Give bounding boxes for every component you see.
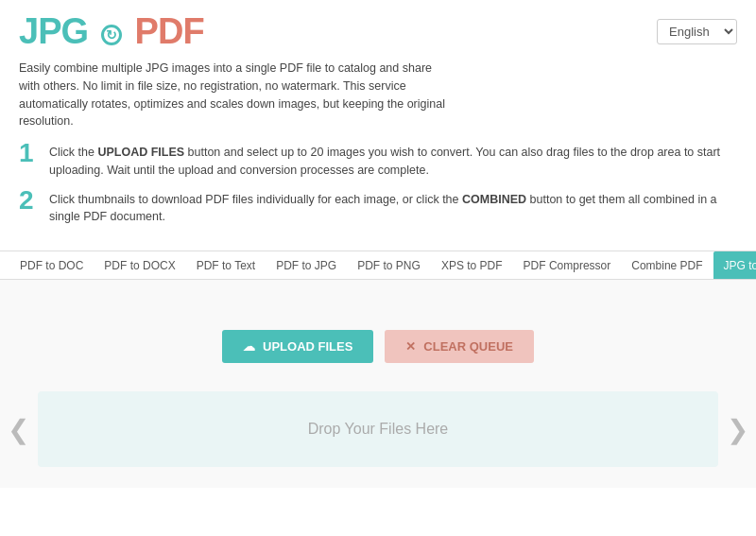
- main-area: ☁ UPLOAD FILES ✕ CLEAR QUEUE ❮ Drop Your…: [0, 280, 756, 488]
- steps: 1 Click the UPLOAD FILES button and sele…: [0, 140, 756, 243]
- step-1: 1 Click the UPLOAD FILES button and sele…: [19, 140, 737, 180]
- step-2-bold: COMBINED: [462, 193, 526, 206]
- tab-pdf-to-docx[interactable]: PDF to DOCX: [94, 251, 185, 279]
- step-2: 2 Click thumbnails to download PDF files…: [19, 187, 737, 227]
- tab-pdf-to-png[interactable]: PDF to PNG: [347, 251, 431, 279]
- logo-pdf: PDF: [135, 11, 204, 52]
- logo: JPG PDF: [19, 11, 204, 52]
- upload-files-button[interactable]: ☁ UPLOAD FILES: [222, 330, 373, 363]
- drop-zone-text: Drop Your Files Here: [308, 421, 449, 438]
- drop-zone-wrapper: ❮ Drop Your Files Here ❯: [38, 391, 718, 467]
- page: JPG PDF English Spanish French German Ea…: [0, 0, 756, 536]
- upload-icon: ☁: [243, 339, 255, 354]
- clear-label: CLEAR QUEUE: [423, 339, 513, 354]
- tab-jpg-to-pdf[interactable]: JPG to PDF: [713, 251, 756, 279]
- drop-zone[interactable]: Drop Your Files Here: [38, 391, 718, 467]
- tab-pdf-compressor[interactable]: PDF Compressor: [513, 251, 622, 279]
- clear-queue-button[interactable]: ✕ CLEAR QUEUE: [385, 330, 534, 363]
- header: JPG PDF English Spanish French German: [0, 0, 756, 60]
- step-1-bold: UPLOAD FILES: [97, 146, 184, 159]
- tab-pdf-to-jpg[interactable]: PDF to JPG: [266, 251, 347, 279]
- scroll-right-arrow[interactable]: ❯: [727, 413, 748, 444]
- description-text: Easily combine multiple JPG images into …: [19, 61, 445, 128]
- description: Easily combine multiple JPG images into …: [0, 60, 472, 140]
- tab-xps-to-pdf[interactable]: XPS to PDF: [431, 251, 513, 279]
- convert-icon: [101, 25, 122, 45]
- upload-label: UPLOAD FILES: [263, 339, 352, 354]
- clear-icon: ✕: [405, 339, 416, 354]
- tab-combine-pdf[interactable]: Combine PDF: [621, 251, 713, 279]
- tabs-bar: PDF to DOC PDF to DOCX PDF to Text PDF t…: [0, 251, 756, 280]
- scroll-left-arrow[interactable]: ❮: [8, 413, 29, 444]
- step-1-text: Click the UPLOAD FILES button and select…: [49, 140, 737, 180]
- buttons-row: ☁ UPLOAD FILES ✕ CLEAR QUEUE: [222, 330, 534, 363]
- step-2-text: Click thumbnails to download PDF files i…: [49, 187, 737, 227]
- step-1-number: 1: [19, 140, 38, 166]
- logo-jpg: JPG: [19, 11, 88, 52]
- tab-pdf-to-doc[interactable]: PDF to DOC: [9, 251, 94, 279]
- language-select[interactable]: English Spanish French German: [657, 19, 737, 44]
- step-2-number: 2: [19, 187, 38, 214]
- logo-to: [92, 20, 131, 50]
- tab-pdf-to-text[interactable]: PDF to Text: [186, 251, 266, 279]
